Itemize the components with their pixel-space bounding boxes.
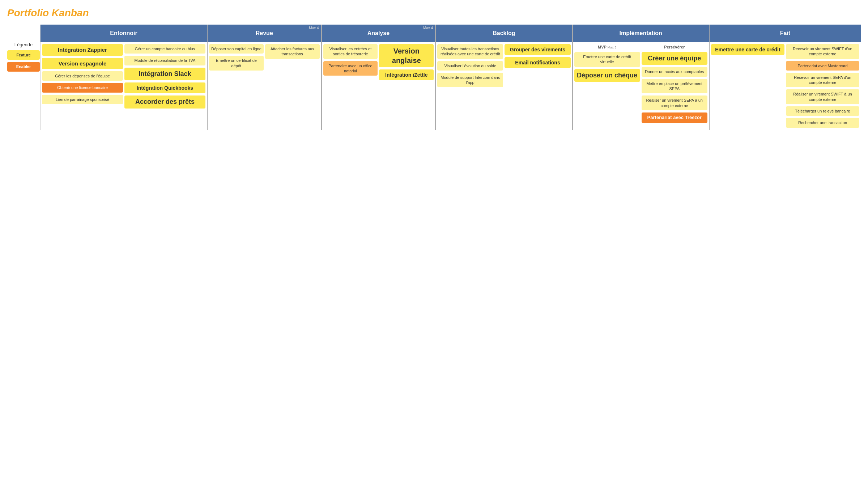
card-emettre-certificat[interactable]: Emettre un certificat de dépôt [209, 56, 264, 71]
card-recevoir-swift[interactable]: Recevoir un virement SWIFT d'un compte e… [786, 44, 859, 59]
card-module-reconciliation[interactable]: Module de réconciliation de la TVA [124, 56, 205, 65]
card-telecharger-releve[interactable]: Télécharger un relevé bancaire [786, 106, 859, 116]
backlog-subcol1: Visualiser toutes les transactions réali… [437, 44, 503, 87]
legend-label: Légende [7, 42, 40, 47]
column-analyse: Analyse Max 4 Visualiser les entrées et … [322, 25, 436, 130]
column-revue: Revue Max 4 Déposer son capital en ligne… [208, 25, 322, 130]
card-realiser-sepa[interactable]: Réaliser un virement SEPA à un compte ex… [642, 95, 707, 110]
card-partenariat-treezor[interactable]: Partenariat avec Treezor [642, 112, 707, 123]
card-partenariat-mastercard[interactable]: Partenariat avec Mastercard [786, 61, 859, 71]
analyse-subcol1: Visualiser les entrées et sorties de tré… [323, 44, 378, 80]
card-version-espagnole[interactable]: Version espagnole [42, 58, 123, 69]
fait-subcol1: Emettre une carte de crédit [711, 44, 784, 128]
card-realiser-swift[interactable]: Réaliser un virement SWIFT à un compte e… [786, 89, 859, 104]
backlog-subcol2: Grouper des virements Email notification… [505, 44, 570, 87]
mvp-max: Max 3 [608, 46, 617, 49]
card-integration-izettle[interactable]: Intégration iZettle [379, 69, 434, 80]
card-integration-slack[interactable]: Intégration Slack [124, 68, 205, 80]
page-title: Portfolio Kanban [7, 7, 861, 19]
legend-feature: Feature [7, 50, 40, 60]
implementation-subcol2: Persévérer Créer une équipe Donner un ac… [642, 44, 707, 123]
column-header-revue: Revue Max 4 [208, 25, 321, 42]
card-accorder-prets[interactable]: Accorder des prêts [124, 95, 205, 108]
column-header-fait: Fait [710, 25, 861, 42]
analyse-max: Max 4 [423, 26, 433, 30]
card-lien-parrainage[interactable]: Lien de parrainage sponsorisé [42, 95, 123, 104]
column-fait: Fait Emettre une carte de crédit Recevoi… [710, 25, 861, 130]
mvp-label: MVP Max 3 [574, 44, 640, 50]
column-header-implementation: Implémentation [573, 25, 709, 42]
card-obtenir-licence[interactable]: Obtenir une licence bancaire [42, 83, 123, 92]
card-module-support[interactable]: Module de support Intercom dans l'app [437, 73, 503, 88]
revue-subcol2: Attacher les factures aux transactions [265, 44, 320, 71]
card-creer-equipe[interactable]: Créer une équipe [642, 52, 707, 65]
column-header-analyse: Analyse Max 4 [322, 25, 435, 42]
card-email-notifications[interactable]: Email notifications [505, 57, 570, 68]
kanban-board: Légende Feature Enabler Entonnoir Intégr… [7, 25, 861, 130]
card-visualiser-entrees[interactable]: Visualiser les entrées et sorties de tré… [323, 44, 378, 59]
backlog-body: Visualiser toutes les transactions réali… [436, 42, 572, 89]
card-visualiser-transactions[interactable]: Visualiser toutes les transactions réali… [437, 44, 503, 59]
entonnoir-subcol1: Intégration Zappier Version espagnole Gé… [42, 44, 123, 109]
column-header-backlog: Backlog [436, 25, 572, 42]
revue-body: Déposer son capital en ligne Emettre un … [208, 42, 321, 73]
fait-body: Emettre une carte de crédit Recevoir un … [710, 42, 861, 130]
implementation-body: MVP Max 3 Emettre une carte de crédit vi… [573, 42, 709, 125]
column-entonnoir: Entonnoir Intégration Zappier Version es… [41, 25, 208, 130]
legend-enabler: Enabler [7, 62, 40, 71]
card-gerer-compte-bancaire[interactable]: Gérer un compte bancaire ou blus [124, 44, 205, 54]
card-gerer-depenses[interactable]: Gérer les dépenses de l'équipe [42, 71, 123, 81]
board: Entonnoir Intégration Zappier Version es… [40, 25, 861, 130]
card-integration-quickbooks[interactable]: Intégration Quickbooks [124, 82, 205, 93]
card-mettre-sepa[interactable]: Mettre en place un prélèvement SEPA [642, 79, 707, 94]
analyse-subcol2: Version anglaise Intégration iZettle [379, 44, 434, 80]
card-deposer-capital[interactable]: Déposer son capital en ligne [209, 44, 264, 54]
perseverer-label: Persévérer [642, 44, 707, 50]
card-deposer-cheque[interactable]: Déposer un chèque [574, 69, 640, 82]
revue-max: Max 4 [309, 26, 319, 30]
legend-column: Légende Feature Enabler [7, 25, 40, 130]
card-partenaire-office[interactable]: Partenaire avec un office notarial [323, 61, 378, 76]
card-integration-zappier[interactable]: Intégration Zappier [42, 44, 123, 56]
column-header-entonnoir: Entonnoir [41, 25, 207, 42]
card-attacher-factures[interactable]: Attacher les factures aux transactions [265, 44, 320, 59]
implementation-subcol1: MVP Max 3 Emettre une carte de crédit vi… [574, 44, 640, 123]
card-emettre-carte-virtuelle[interactable]: Emettre une carte de crédit virtuelle [574, 52, 640, 67]
revue-subcol1: Déposer son capital en ligne Emettre un … [209, 44, 264, 71]
card-emettre-carte-credit[interactable]: Emettre une carte de crédit [711, 44, 784, 55]
analyse-body: Visualiser les entrées et sorties de tré… [322, 42, 435, 82]
entonnoir-subcol2: Gérer un compte bancaire ou blus Module … [124, 44, 205, 109]
card-version-anglaise[interactable]: Version anglaise [379, 44, 434, 67]
column-backlog: Backlog Visualiser toutes les transactio… [436, 25, 573, 130]
fait-subcol2: Recevoir un virement SWIFT d'un compte e… [786, 44, 859, 128]
column-implementation: Implémentation MVP Max 3 Emettre une car… [573, 25, 710, 130]
card-grouper-virements[interactable]: Grouper des virements [505, 44, 570, 55]
entonnoir-body: Intégration Zappier Version espagnole Gé… [41, 42, 207, 111]
card-rechercher-transaction[interactable]: Rechercher une transaction [786, 118, 859, 127]
card-visualiser-evolution[interactable]: Visualiser l'évolution du solde [437, 61, 503, 71]
card-recevoir-sepa[interactable]: Recevoir un virement SEPA d'un compte ex… [786, 73, 859, 88]
card-donner-acces[interactable]: Donner un accès aux comptables [642, 67, 707, 76]
